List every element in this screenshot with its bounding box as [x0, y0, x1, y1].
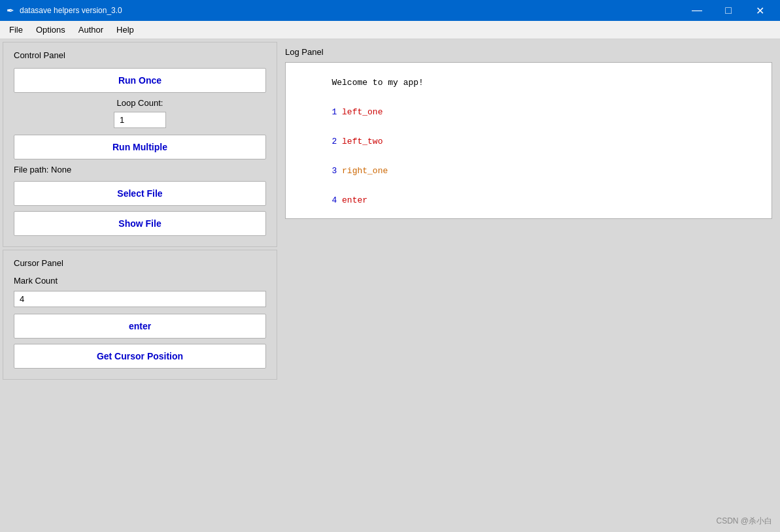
menu-author[interactable]: Author: [72, 22, 110, 37]
log-text-3: right_one: [337, 166, 388, 176]
loop-count-label: Loop Count:: [14, 98, 266, 108]
log-panel: Log Panel Welcome to my app! 1 left_one …: [280, 42, 777, 529]
watermark: CSDN @杀小白: [716, 516, 772, 527]
log-text-1: left_one: [337, 107, 382, 117]
right-panel: Log Panel Welcome to my app! 1 left_one …: [280, 42, 777, 529]
get-cursor-position-button[interactable]: Get Cursor Position: [14, 344, 266, 369]
log-line-welcome: Welcome to my app!: [331, 78, 423, 88]
log-panel-title: Log Panel: [285, 47, 772, 57]
run-once-button[interactable]: Run Once: [14, 68, 266, 93]
show-file-button[interactable]: Show File: [14, 211, 266, 236]
maximize-button[interactable]: □: [713, 0, 743, 21]
log-content: Welcome to my app! 1 left_one 2 left_two…: [285, 62, 772, 219]
loop-count-input[interactable]: [114, 112, 166, 128]
menu-options[interactable]: Options: [29, 22, 72, 37]
app-title: datasave helpers version_3.0: [20, 6, 122, 15]
menu-file[interactable]: File: [3, 22, 29, 37]
title-bar: ✒ datasave helpers version_3.0 — □ ✕: [0, 0, 780, 21]
left-panel: Control Panel Run Once Loop Count: Run M…: [3, 42, 277, 529]
log-text-4: enter: [337, 195, 367, 205]
control-panel: Control Panel Run Once Loop Count: Run M…: [3, 42, 277, 247]
cursor-panel-title: Cursor Panel: [14, 258, 266, 268]
title-bar-controls: — □ ✕: [682, 0, 775, 21]
menu-bar: File Options Author Help: [0, 21, 780, 39]
select-file-button[interactable]: Select File: [14, 181, 266, 206]
main-content: Control Panel Run Once Loop Count: Run M…: [0, 39, 780, 532]
control-panel-title: Control Panel: [14, 50, 266, 60]
minimize-button[interactable]: —: [682, 0, 712, 21]
log-text-2: left_two: [337, 137, 382, 146]
run-multiple-button[interactable]: Run Multiple: [14, 135, 266, 159]
title-bar-left: ✒ datasave helpers version_3.0: [5, 5, 122, 16]
close-button[interactable]: ✕: [745, 0, 775, 21]
menu-help[interactable]: Help: [110, 22, 141, 37]
mark-count-input[interactable]: [14, 291, 266, 307]
app-icon: ✒: [5, 5, 16, 16]
mark-count-label: Mark Count: [14, 276, 266, 286]
cursor-panel: Cursor Panel Mark Count enter Get Cursor…: [3, 250, 277, 380]
enter-button[interactable]: enter: [14, 314, 266, 339]
file-path-label: File path: None: [14, 165, 266, 175]
